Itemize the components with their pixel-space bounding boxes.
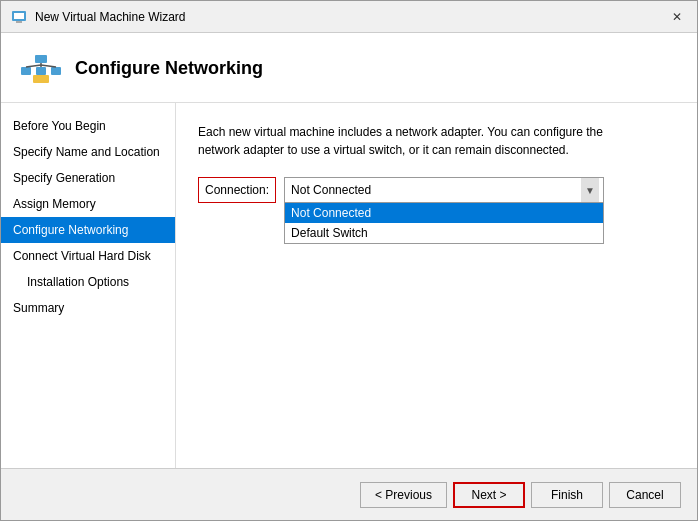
footer: < Previous Next > Finish Cancel (1, 468, 697, 520)
dropdown-list: Not Connected Default Switch (284, 202, 604, 244)
page-title: Configure Networking (75, 58, 263, 79)
connection-dropdown[interactable]: Not Connected ▼ (284, 177, 604, 203)
dropdown-wrapper: Not Connected ▼ Not Connected Default Sw… (284, 177, 604, 203)
sidebar-item-configure-networking[interactable]: Configure Networking (1, 217, 175, 243)
window-title: New Virtual Machine Wizard (35, 10, 186, 24)
content-area: Before You Begin Specify Name and Locati… (1, 103, 697, 468)
connection-row: Connection: Not Connected ▼ Not Connecte… (198, 177, 675, 203)
svg-rect-4 (21, 67, 31, 75)
sidebar-item-specify-name-location[interactable]: Specify Name and Location (1, 139, 175, 165)
main-content: Each new virtual machine includes a netw… (176, 103, 697, 468)
connection-label: Connection: (198, 177, 276, 203)
cancel-button[interactable]: Cancel (609, 482, 681, 508)
app-icon (11, 9, 27, 25)
sidebar-item-assign-memory[interactable]: Assign Memory (1, 191, 175, 217)
title-bar-left: New Virtual Machine Wizard (11, 9, 186, 25)
dropdown-option-default-switch[interactable]: Default Switch (285, 223, 603, 243)
window: New Virtual Machine Wizard ✕ Configure N… (0, 0, 698, 521)
header-section: Configure Networking (1, 33, 697, 103)
svg-line-8 (26, 65, 41, 67)
sidebar-item-connect-vhd[interactable]: Connect Virtual Hard Disk (1, 243, 175, 269)
description-text: Each new virtual machine includes a netw… (198, 123, 638, 159)
svg-rect-2 (16, 21, 22, 23)
next-button[interactable]: Next > (453, 482, 525, 508)
sidebar-item-installation-options[interactable]: Installation Options (1, 269, 175, 295)
sidebar-item-before-you-begin[interactable]: Before You Begin (1, 113, 175, 139)
sidebar: Before You Begin Specify Name and Locati… (1, 103, 176, 468)
dropdown-arrow-icon: ▼ (581, 178, 599, 202)
dropdown-selected-value: Not Connected (291, 183, 371, 197)
sidebar-item-summary[interactable]: Summary (1, 295, 175, 321)
svg-rect-5 (36, 67, 46, 75)
svg-rect-6 (51, 67, 61, 75)
sidebar-item-specify-generation[interactable]: Specify Generation (1, 165, 175, 191)
title-bar: New Virtual Machine Wizard ✕ (1, 1, 697, 33)
svg-line-9 (41, 65, 56, 67)
previous-button[interactable]: < Previous (360, 482, 447, 508)
close-button[interactable]: ✕ (667, 7, 687, 27)
svg-rect-3 (35, 55, 47, 63)
dropdown-option-not-connected[interactable]: Not Connected (285, 203, 603, 223)
header-icon (21, 53, 61, 85)
finish-button[interactable]: Finish (531, 482, 603, 508)
svg-rect-10 (33, 75, 49, 83)
svg-rect-1 (14, 13, 24, 19)
